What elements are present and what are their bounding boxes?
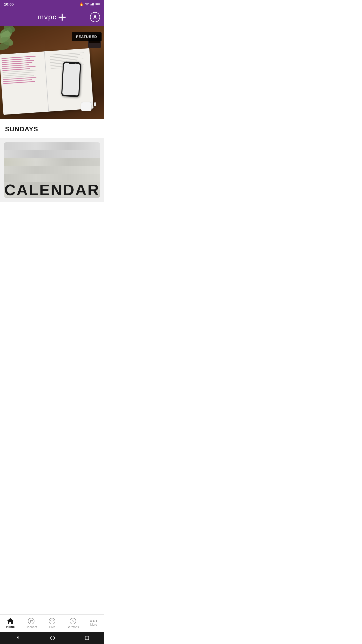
phone-decoration (61, 61, 81, 97)
svg-rect-1 (92, 4, 92, 5)
logo-cross-icon (58, 13, 66, 21)
status-icons: 🔥 (79, 2, 100, 6)
cards-section[interactable]: CALENDAR (0, 138, 104, 202)
svg-rect-2 (92, 3, 93, 5)
signal-icon (90, 3, 94, 6)
calendar-card-background: CALENDAR (4, 142, 100, 198)
status-bar: 10:05 🔥 (0, 0, 104, 8)
sundays-section: SUNDAYS (0, 119, 104, 138)
svg-rect-0 (90, 4, 91, 5)
battery-icon (96, 3, 100, 6)
app-header: mvpc (0, 8, 104, 26)
svg-rect-6 (100, 4, 100, 4)
user-avatar[interactable] (90, 12, 100, 22)
wifi-icon (85, 3, 89, 6)
svg-rect-3 (93, 3, 94, 6)
sundays-title: SUNDAYS (5, 125, 99, 133)
airpods-decoration (81, 102, 92, 111)
user-icon (92, 14, 98, 20)
featured-image[interactable]: FEATURED (0, 26, 104, 119)
featured-badge: FEATURED (72, 32, 102, 41)
plant-decoration (0, 26, 23, 56)
flame-icon: 🔥 (79, 2, 83, 6)
calendar-text: CALENDAR (4, 182, 100, 198)
app-logo: mvpc (38, 13, 66, 21)
logo-text: mvpc (38, 13, 57, 21)
svg-rect-8 (59, 17, 66, 18)
svg-rect-5 (96, 4, 99, 5)
status-time: 10:05 (4, 2, 14, 6)
svg-point-9 (94, 15, 96, 17)
calendar-card[interactable]: CALENDAR (4, 142, 100, 198)
